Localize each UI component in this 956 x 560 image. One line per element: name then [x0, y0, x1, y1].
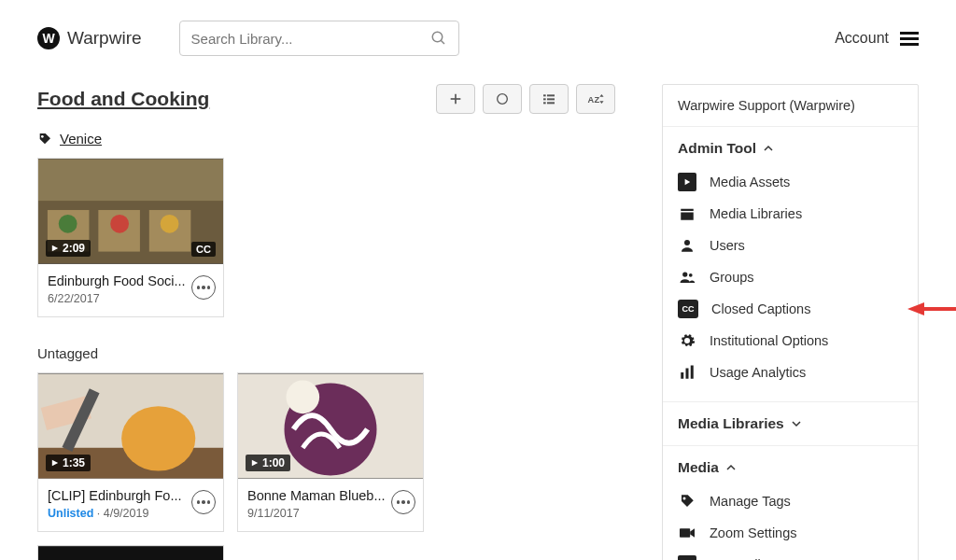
svg-rect-9 [543, 102, 546, 104]
chevron-up-icon [764, 144, 773, 153]
svg-text:A: A [587, 95, 594, 105]
video-meta: 6/22/2017 [48, 292, 214, 305]
sidebar-item[interactable]: Institutional Options [678, 325, 903, 357]
svg-marker-24 [52, 245, 58, 251]
video-thumbnail[interactable]: 1:00 [238, 373, 423, 479]
sidebar-item-label: Closed Captions [711, 301, 810, 316]
search-icon[interactable] [430, 30, 447, 47]
svg-rect-17 [38, 160, 223, 202]
menu-icon[interactable] [900, 32, 919, 46]
admin-tool-header[interactable]: Admin Tool [678, 140, 903, 157]
sidebar-item-label: Users [710, 238, 745, 253]
tag-icon [37, 132, 52, 147]
svg-rect-8 [547, 98, 555, 100]
video-title: Bonne Maman Blueb... [247, 488, 387, 503]
add-button[interactable] [436, 84, 475, 114]
svg-marker-42 [685, 179, 691, 185]
topbar: W Warpwire Account [0, 0, 956, 56]
sidebar-support[interactable]: Warpwire Support (Warpwire) [663, 85, 918, 127]
svg-point-23 [161, 215, 179, 233]
cc-badge: CC [191, 242, 216, 257]
video-card[interactable]: BURRO25 gr0:59Chocolate Truffles.mp45/3/… [37, 545, 224, 560]
sidebar-section-admin: Admin Tool Media AssetsMedia LibrariesUs… [663, 127, 918, 402]
svg-rect-51 [686, 369, 689, 379]
duration-badge: 1:00 [246, 455, 290, 471]
video-meta: 9/11/2017 [247, 507, 414, 520]
chevron-down-icon [792, 419, 801, 428]
sidebar-item[interactable]: Groups [678, 261, 903, 293]
svg-point-46 [682, 272, 687, 276]
more-options-button[interactable] [191, 490, 216, 514]
tag-row: Venice [37, 131, 615, 147]
support-label: Warpwire Support (Warpwire) [678, 98, 855, 113]
sidebar-item-label: Institutional Options [710, 333, 828, 348]
svg-marker-14 [599, 101, 603, 104]
svg-marker-34 [252, 460, 258, 466]
more-options-button[interactable] [391, 490, 415, 514]
main-content: Food and Cooking AZ Venice 2:09CCEdinbur… [37, 84, 615, 560]
sidebar-item-label: Media Assets [710, 175, 790, 189]
page-title[interactable]: Food and Cooking [37, 88, 209, 110]
svg-rect-50 [681, 372, 683, 379]
sidebar-item-label: Zoom Settings [710, 525, 797, 540]
svg-point-47 [689, 273, 693, 277]
account-area: Account [835, 30, 919, 47]
sidebar-item[interactable]: Manage Tags [678, 485, 903, 517]
svg-point-27 [121, 406, 195, 470]
sidebar-item-label: Groups [710, 270, 754, 285]
svg-rect-43 [681, 209, 694, 211]
sidebar-item[interactable]: Zoom Settings [678, 517, 903, 549]
untagged-label: Untagged [37, 345, 615, 361]
more-options-button[interactable] [191, 275, 216, 300]
media-header[interactable]: Media [678, 459, 903, 476]
video-title: [CLIP] Edinburgh Fo... [48, 488, 188, 503]
video-thumbnail[interactable]: 1:35 [38, 373, 223, 479]
svg-rect-6 [547, 94, 555, 96]
sidebar-item-label: Manage Tags [710, 494, 791, 509]
unlisted-badge: Unlisted [48, 507, 93, 520]
video-title: Edinburgh Food Soci... [48, 273, 188, 288]
search-input[interactable] [191, 31, 430, 47]
view-controls: AZ [436, 84, 615, 114]
video-thumbnail[interactable]: 2:09CC [38, 159, 223, 264]
sidebar-section-libraries: Media Libraries [663, 402, 918, 446]
duration-badge: 2:09 [46, 240, 91, 257]
svg-marker-30 [52, 460, 58, 466]
logo-mark-icon: W [37, 27, 60, 49]
svg-point-45 [684, 240, 690, 245]
account-link[interactable]: Account [835, 30, 889, 47]
sidebar-item[interactable]: Media Libraries [678, 198, 903, 230]
svg-marker-55 [690, 528, 695, 538]
card-grid-tagged: 2:09CCEdinburgh Food Soci...6/22/2017 [37, 158, 615, 317]
sidebar-section-media: Media Manage TagsZoom SettingsMy Media [663, 446, 918, 560]
record-button[interactable] [483, 84, 522, 114]
svg-rect-7 [543, 98, 546, 100]
sort-button[interactable]: AZ [576, 84, 615, 114]
svg-line-1 [441, 40, 444, 44]
sidebar-item[interactable]: Media Assets [678, 166, 903, 198]
video-thumbnail[interactable]: BURRO25 gr0:59 [38, 546, 223, 560]
sidebar-item-label: Media Libraries [710, 206, 802, 221]
svg-rect-52 [691, 366, 694, 379]
svg-point-33 [286, 380, 319, 413]
sidebar-item[interactable]: My Media [678, 549, 903, 560]
svg-point-15 [41, 135, 44, 138]
sidebar-item[interactable]: Usage Analytics [678, 357, 903, 388]
list-view-button[interactable] [529, 84, 569, 114]
video-card[interactable]: 1:35[CLIP] Edinburgh Fo...Unlisted · 4/9… [37, 372, 224, 532]
video-card[interactable]: 1:00Bonne Maman Blueb...9/11/2017 [237, 372, 424, 532]
sidebar-item[interactable]: CCClosed Captions [678, 293, 903, 325]
svg-rect-5 [543, 94, 546, 96]
video-card[interactable]: 2:09CCEdinburgh Food Soci...6/22/2017 [37, 158, 224, 317]
card-grid-untagged: 1:35[CLIP] Edinburgh Fo...Unlisted · 4/9… [37, 372, 615, 560]
media-libraries-header[interactable]: Media Libraries [678, 415, 903, 432]
svg-marker-13 [599, 94, 603, 97]
sidebar-item-label: Usage Analytics [710, 365, 806, 380]
svg-text:Z: Z [595, 95, 600, 105]
svg-rect-10 [547, 102, 555, 104]
chevron-up-icon [726, 463, 736, 472]
sidebar-item[interactable]: Users [678, 230, 903, 261]
search-box[interactable] [179, 21, 459, 56]
tag-link-venice[interactable]: Venice [60, 131, 102, 147]
brand-logo[interactable]: W Warpwire [37, 27, 142, 49]
